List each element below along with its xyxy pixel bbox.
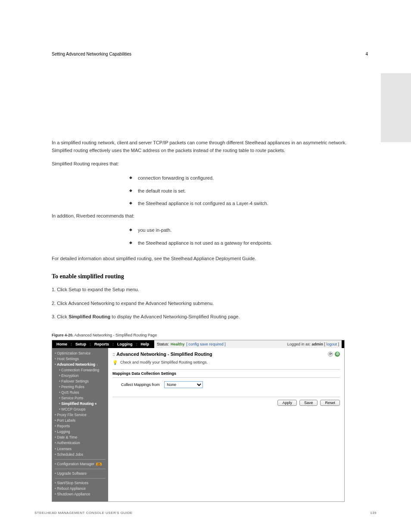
steps-heading: To enable simplified routing	[52, 273, 368, 280]
list-item: connection forwarding is configured.	[138, 174, 368, 183]
page-title-text: Advanced Networking - Simplified Routing	[116, 352, 212, 357]
sidebar-item-optimization[interactable]: Optimization Service	[55, 351, 106, 356]
login-info: Logged in as: admin [ logout ]	[287, 342, 339, 346]
list-item: the Steelhead appliance is not used as a…	[138, 239, 368, 248]
nav-help[interactable]: Help	[139, 342, 151, 346]
sidebar-item-connfwd[interactable]: Connection Forwarding	[55, 367, 106, 373]
running-header-section: Setting Advanced Networking Capabilities	[52, 52, 131, 56]
sidebar-item-wccp[interactable]: WCCP Groups	[55, 407, 106, 412]
nav-reports[interactable]: Reports	[93, 342, 111, 346]
step-3-link: Simplified Routing	[68, 314, 110, 319]
collect-mappings-label: Collect Mappings from	[121, 383, 160, 387]
sidebar-item-label: Configuration Manager	[57, 462, 94, 466]
note-requires: Simplified Routing requires that:	[52, 160, 368, 168]
login-label: Logged in as:	[287, 342, 311, 346]
footer-title: STEELHEAD MANAGEMENT CONSOLE USER'S GUID…	[34, 511, 133, 515]
alert-badge-icon: (!)	[96, 463, 102, 466]
intro-paragraph: In a simplified routing network, client …	[52, 139, 368, 154]
page-edge-decoration	[381, 73, 411, 142]
sidebar-item-reports[interactable]: Reports	[55, 423, 106, 429]
apply-button[interactable]: Apply	[277, 400, 297, 406]
lightbulb-icon: 💡	[112, 360, 118, 365]
detail-paragraph: For detailed information about simplifie…	[52, 255, 368, 263]
top-nav-bar: Home: Setup: Reports: Logging: Help Stat…	[52, 340, 344, 348]
collect-mappings-select[interactable]: None	[164, 381, 203, 388]
step-2: 2. Click Advanced Networking to expand t…	[52, 300, 368, 308]
step-1: 1. Click Setup to expand the Setup menu.	[52, 286, 368, 294]
hint-row: 💡 Check and modify your Simplified Routi…	[112, 360, 340, 365]
step-3-suffix: to display the Advanced Networking-Simpl…	[110, 314, 240, 319]
sidebar-item-cfgmgr[interactable]: Configuration Manager (!)	[55, 461, 106, 467]
figure-label: Figure 4-20.	[52, 333, 74, 337]
list-item: you use in-path.	[138, 226, 368, 235]
step-3: 3. Click Simplified Routing to display t…	[52, 313, 368, 321]
content-area: ::Advanced Networking - Simplified Routi…	[108, 348, 344, 501]
sidebar-item-datetime[interactable]: Date & Time	[55, 435, 106, 440]
sidebar: Optimization Service Host Settings Advan…	[52, 348, 108, 501]
hint-text: Check and modify your Simplified Routing…	[120, 360, 208, 364]
recommend-list: you use in-path. the Steelhead appliance…	[52, 226, 368, 248]
logout-link[interactable]: logout	[326, 342, 337, 346]
status-label: Status:	[157, 342, 169, 346]
nav-home[interactable]: Home	[55, 342, 69, 346]
list-item: the Steelhead appliance is not configure…	[138, 199, 368, 208]
section-heading: Mappings Data Collection Settings	[112, 369, 340, 378]
sidebar-item-upgrade[interactable]: Upgrade Software	[55, 471, 106, 476]
figure-screenshot: Home: Setup: Reports: Logging: Help Stat…	[52, 340, 345, 502]
page-number: 139	[370, 511, 377, 515]
sidebar-item-ports[interactable]: Service Ports	[55, 395, 106, 401]
running-header-num: 4	[365, 52, 368, 56]
figure-caption: Figure 4-20. Advanced Networking - Simpl…	[52, 333, 368, 337]
print-icon[interactable]: ⎙	[335, 352, 340, 357]
figure-title: Advanced Networking - Simplified Routing…	[75, 333, 157, 337]
sidebar-item-peering[interactable]: Peering Rules	[55, 384, 106, 390]
sidebar-item-encryption[interactable]: Encryption	[55, 373, 106, 379]
sidebar-item-qos[interactable]: QoS Rules	[55, 390, 106, 395]
sidebar-item-startstop[interactable]: Start/Stop Services	[55, 480, 106, 486]
sidebar-item-shutdown[interactable]: Shutdown Appliance	[55, 492, 106, 497]
button-row: Apply Save Reset	[112, 397, 340, 406]
sidebar-item-host[interactable]: Host Settings	[55, 356, 106, 362]
status-note[interactable]: [ config save required ]	[187, 342, 226, 346]
status-bar: Status: Healthy [ config save required ]…	[154, 340, 342, 348]
nav-setup[interactable]: Setup	[74, 342, 88, 346]
form-row: Collect Mappings from None	[121, 381, 340, 388]
page-title: ::Advanced Networking - Simplified Routi…	[112, 352, 212, 357]
reset-button[interactable]: Reset	[320, 400, 340, 406]
step-3-prefix: 3. Click	[52, 314, 68, 319]
sidebar-item-logging[interactable]: Logging	[55, 429, 106, 435]
sidebar-item-failover[interactable]: Failover Settings	[55, 379, 106, 384]
status-value: Healthy	[171, 342, 185, 346]
top-nav: Home: Setup: Reports: Logging: Help	[55, 342, 151, 346]
note-recommend: In addition, Riverbed recommends that:	[52, 212, 368, 220]
sidebar-item-auth[interactable]: Authentication	[55, 440, 106, 446]
list-item: the default route is set.	[138, 187, 368, 196]
sidebar-item-reboot[interactable]: Reboot Appliance	[55, 486, 106, 492]
sidebar-item-scheduled[interactable]: Scheduled Jobs	[55, 452, 106, 457]
sidebar-item-pfs[interactable]: Proxy File Service	[55, 412, 106, 418]
requirements-list: connection forwarding is configured. the…	[52, 174, 368, 208]
sidebar-item-advnet[interactable]: Advanced Networking	[55, 362, 106, 367]
intro-block	[52, 62, 368, 139]
refresh-icon[interactable]: ⟳	[328, 352, 333, 357]
nav-logging[interactable]: Logging	[115, 342, 134, 346]
sidebar-item-licenses[interactable]: Licenses	[55, 446, 106, 452]
login-user: admin	[311, 342, 323, 346]
page-footer: STEELHEAD MANAGEMENT CONSOLE USER'S GUID…	[0, 511, 411, 515]
sidebar-item-simplified-routing[interactable]: Simplified Routing	[55, 401, 106, 407]
sidebar-item-portlabels[interactable]: Port Labels	[55, 418, 106, 423]
save-button[interactable]: Save	[299, 400, 318, 406]
